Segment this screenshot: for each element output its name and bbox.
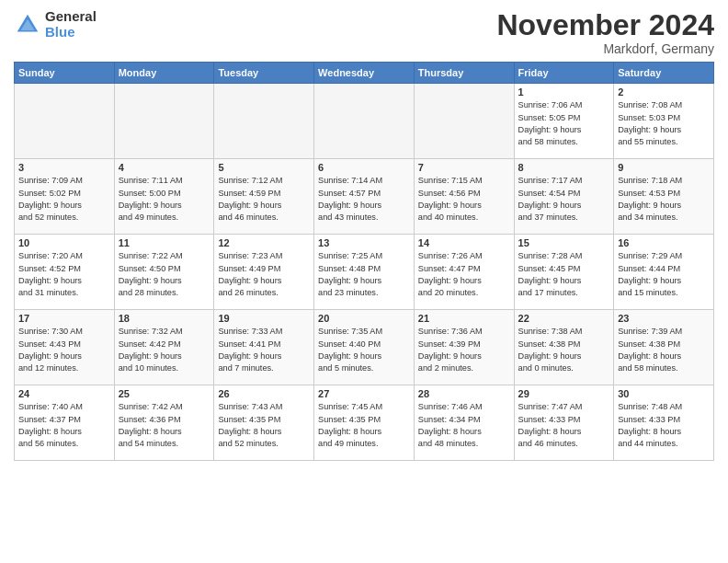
week-row-5: 24Sunrise: 7:40 AM Sunset: 4:37 PM Dayli…	[15, 385, 714, 461]
day-info: Sunrise: 7:15 AM Sunset: 4:56 PM Dayligh…	[418, 175, 510, 224]
day-number: 20	[318, 313, 410, 324]
week-row-3: 10Sunrise: 7:20 AM Sunset: 4:52 PM Dayli…	[15, 235, 714, 310]
day-info: Sunrise: 7:40 AM Sunset: 4:37 PM Dayligh…	[18, 401, 110, 450]
cell-1-6: 1Sunrise: 7:06 AM Sunset: 5:05 PM Daylig…	[514, 84, 614, 159]
logo-text: General Blue	[45, 9, 97, 40]
cell-5-1: 24Sunrise: 7:40 AM Sunset: 4:37 PM Dayli…	[15, 385, 115, 461]
day-number: 29	[518, 388, 610, 399]
cell-5-2: 25Sunrise: 7:42 AM Sunset: 4:36 PM Dayli…	[114, 385, 214, 461]
day-info: Sunrise: 7:36 AM Sunset: 4:39 PM Dayligh…	[418, 326, 510, 374]
day-info: Sunrise: 7:29 AM Sunset: 4:44 PM Dayligh…	[618, 250, 710, 299]
day-number: 10	[18, 237, 110, 248]
day-number: 21	[418, 313, 510, 324]
week-row-1: 1Sunrise: 7:06 AM Sunset: 5:05 PM Daylig…	[15, 84, 714, 159]
logo: General Blue	[14, 9, 97, 40]
cell-3-2: 11Sunrise: 7:22 AM Sunset: 4:50 PM Dayli…	[114, 235, 214, 310]
cell-5-5: 28Sunrise: 7:46 AM Sunset: 4:34 PM Dayli…	[414, 385, 514, 461]
col-monday: Monday	[114, 63, 214, 84]
cell-1-2	[114, 84, 214, 159]
day-number: 19	[218, 313, 310, 324]
cell-4-3: 19Sunrise: 7:33 AM Sunset: 4:41 PM Dayli…	[214, 310, 314, 385]
day-number: 4	[119, 162, 210, 173]
day-info: Sunrise: 7:12 AM Sunset: 4:59 PM Dayligh…	[218, 175, 310, 224]
day-info: Sunrise: 7:14 AM Sunset: 4:57 PM Dayligh…	[318, 175, 410, 224]
day-info: Sunrise: 7:42 AM Sunset: 4:36 PM Dayligh…	[119, 401, 210, 450]
day-info: Sunrise: 7:23 AM Sunset: 4:49 PM Dayligh…	[218, 250, 310, 299]
day-info: Sunrise: 7:47 AM Sunset: 4:33 PM Dayligh…	[518, 401, 610, 450]
day-number: 13	[318, 237, 410, 248]
day-number: 9	[618, 162, 710, 173]
cell-4-6: 22Sunrise: 7:38 AM Sunset: 4:38 PM Dayli…	[514, 310, 614, 385]
day-number: 17	[18, 313, 110, 324]
day-info: Sunrise: 7:30 AM Sunset: 4:43 PM Dayligh…	[18, 326, 110, 374]
day-number: 30	[618, 388, 710, 399]
day-info: Sunrise: 7:32 AM Sunset: 4:42 PM Dayligh…	[119, 326, 210, 374]
cell-2-1: 3Sunrise: 7:09 AM Sunset: 5:02 PM Daylig…	[15, 159, 115, 235]
cell-3-1: 10Sunrise: 7:20 AM Sunset: 4:52 PM Dayli…	[15, 235, 115, 310]
cell-3-6: 15Sunrise: 7:28 AM Sunset: 4:45 PM Dayli…	[514, 235, 614, 310]
day-number: 18	[119, 313, 210, 324]
logo-blue: Blue	[45, 25, 97, 40]
cell-1-5	[414, 84, 514, 159]
col-tuesday: Tuesday	[214, 63, 314, 84]
cell-3-3: 12Sunrise: 7:23 AM Sunset: 4:49 PM Dayli…	[214, 235, 314, 310]
day-info: Sunrise: 7:09 AM Sunset: 5:02 PM Dayligh…	[18, 175, 110, 224]
cell-4-1: 17Sunrise: 7:30 AM Sunset: 4:43 PM Dayli…	[15, 310, 115, 385]
cell-2-7: 9Sunrise: 7:18 AM Sunset: 4:53 PM Daylig…	[614, 159, 714, 235]
day-number: 25	[119, 388, 210, 399]
header-row: Sunday Monday Tuesday Wednesday Thursday…	[15, 63, 714, 84]
cell-1-4	[314, 84, 415, 159]
day-number: 22	[518, 313, 610, 324]
day-number: 7	[418, 162, 510, 173]
cell-3-4: 13Sunrise: 7:25 AM Sunset: 4:48 PM Dayli…	[314, 235, 415, 310]
day-number: 28	[418, 388, 510, 399]
page-container: General Blue November 2024 Markdorf, Ger…	[0, 0, 728, 465]
day-info: Sunrise: 7:26 AM Sunset: 4:47 PM Dayligh…	[418, 250, 510, 299]
week-row-2: 3Sunrise: 7:09 AM Sunset: 5:02 PM Daylig…	[15, 159, 714, 235]
month-title: November 2024	[496, 9, 714, 41]
day-info: Sunrise: 7:46 AM Sunset: 4:34 PM Dayligh…	[418, 401, 510, 450]
cell-5-3: 26Sunrise: 7:43 AM Sunset: 4:35 PM Dayli…	[214, 385, 314, 461]
day-info: Sunrise: 7:38 AM Sunset: 4:38 PM Dayligh…	[518, 326, 610, 374]
cell-4-2: 18Sunrise: 7:32 AM Sunset: 4:42 PM Dayli…	[114, 310, 214, 385]
cell-5-4: 27Sunrise: 7:45 AM Sunset: 4:35 PM Dayli…	[314, 385, 415, 461]
day-info: Sunrise: 7:45 AM Sunset: 4:35 PM Dayligh…	[318, 401, 410, 450]
cell-3-7: 16Sunrise: 7:29 AM Sunset: 4:44 PM Dayli…	[614, 235, 714, 310]
col-saturday: Saturday	[614, 63, 714, 84]
cell-2-4: 6Sunrise: 7:14 AM Sunset: 4:57 PM Daylig…	[314, 159, 415, 235]
cell-2-3: 5Sunrise: 7:12 AM Sunset: 4:59 PM Daylig…	[214, 159, 314, 235]
day-number: 2	[618, 86, 710, 98]
day-info: Sunrise: 7:39 AM Sunset: 4:38 PM Dayligh…	[618, 326, 710, 374]
title-block: November 2024 Markdorf, Germany	[496, 9, 714, 56]
col-friday: Friday	[514, 63, 614, 84]
day-info: Sunrise: 7:43 AM Sunset: 4:35 PM Dayligh…	[218, 401, 310, 450]
cell-4-7: 23Sunrise: 7:39 AM Sunset: 4:38 PM Dayli…	[614, 310, 714, 385]
day-number: 6	[318, 162, 410, 173]
day-info: Sunrise: 7:17 AM Sunset: 4:54 PM Dayligh…	[518, 175, 610, 224]
week-row-4: 17Sunrise: 7:30 AM Sunset: 4:43 PM Dayli…	[15, 310, 714, 385]
cell-1-3	[214, 84, 314, 159]
day-number: 24	[18, 388, 110, 399]
day-info: Sunrise: 7:18 AM Sunset: 4:53 PM Dayligh…	[618, 175, 710, 224]
col-wednesday: Wednesday	[314, 63, 415, 84]
cell-4-4: 20Sunrise: 7:35 AM Sunset: 4:40 PM Dayli…	[314, 310, 415, 385]
day-info: Sunrise: 7:20 AM Sunset: 4:52 PM Dayligh…	[18, 250, 110, 299]
subtitle: Markdorf, Germany	[496, 41, 714, 56]
day-number: 15	[518, 237, 610, 248]
calendar-table: Sunday Monday Tuesday Wednesday Thursday…	[14, 62, 714, 461]
cell-2-6: 8Sunrise: 7:17 AM Sunset: 4:54 PM Daylig…	[514, 159, 614, 235]
cell-2-2: 4Sunrise: 7:11 AM Sunset: 5:00 PM Daylig…	[114, 159, 214, 235]
cell-3-5: 14Sunrise: 7:26 AM Sunset: 4:47 PM Dayli…	[414, 235, 514, 310]
col-thursday: Thursday	[414, 63, 514, 84]
col-sunday: Sunday	[15, 63, 115, 84]
cell-4-5: 21Sunrise: 7:36 AM Sunset: 4:39 PM Dayli…	[414, 310, 514, 385]
day-info: Sunrise: 7:28 AM Sunset: 4:45 PM Dayligh…	[518, 250, 610, 299]
cell-2-5: 7Sunrise: 7:15 AM Sunset: 4:56 PM Daylig…	[414, 159, 514, 235]
day-number: 27	[318, 388, 410, 399]
day-number: 8	[518, 162, 610, 173]
day-number: 26	[218, 388, 310, 399]
day-number: 5	[218, 162, 310, 173]
logo-general: General	[45, 9, 97, 25]
cell-5-6: 29Sunrise: 7:47 AM Sunset: 4:33 PM Dayli…	[514, 385, 614, 461]
day-info: Sunrise: 7:48 AM Sunset: 4:33 PM Dayligh…	[618, 401, 710, 450]
